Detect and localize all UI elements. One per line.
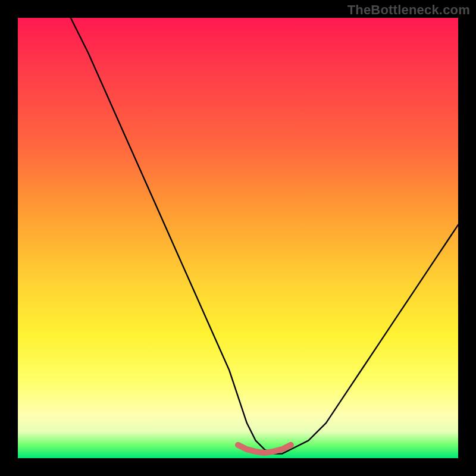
chart-frame: TheBottleneck.com xyxy=(0,0,476,476)
bottleneck-curve xyxy=(71,18,458,454)
plot-area xyxy=(18,18,458,458)
watermark-text: TheBottleneck.com xyxy=(347,2,470,18)
curve-layer xyxy=(18,18,458,458)
